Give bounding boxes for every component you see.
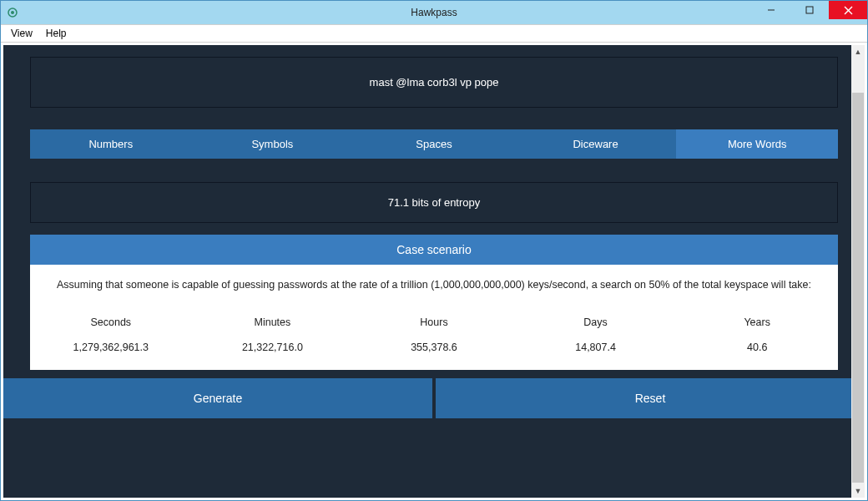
col-header-days: Days (515, 311, 677, 337)
option-symbols[interactable]: Symbols (192, 129, 354, 159)
menubar: View Help (1, 24, 867, 43)
col-value-years: 40.6 (676, 337, 838, 358)
vertical-scrollbar[interactable]: ▲ ▼ (851, 45, 865, 498)
reset-button[interactable]: Reset (436, 378, 865, 418)
col-value-days: 14,807.4 (515, 337, 677, 358)
action-row: Generate Reset (3, 378, 865, 418)
option-numbers[interactable]: Numbers (30, 129, 192, 159)
window-controls (752, 1, 867, 24)
scenario-box: Case scenario Assuming that someone is c… (30, 235, 838, 370)
col-header-hours: Hours (353, 311, 515, 337)
app-body: SOFTPEDIA mast @lma corb3l vp pope Numbe… (3, 45, 865, 498)
table-col: Hours 355,378.6 (353, 311, 515, 358)
scrollbar-thumb[interactable] (852, 93, 864, 483)
svg-rect-3 (806, 7, 813, 13)
menu-help[interactable]: Help (39, 26, 73, 41)
maximize-button[interactable] (790, 1, 829, 19)
table-col: Seconds 1,279,362,961.3 (30, 311, 192, 358)
option-spaces[interactable]: Spaces (353, 129, 515, 159)
scroll-up-icon[interactable]: ▲ (851, 45, 865, 58)
col-header-seconds: Seconds (30, 311, 192, 337)
option-diceware[interactable]: Diceware (515, 129, 677, 159)
generate-button[interactable]: Generate (3, 378, 432, 418)
minimize-button[interactable] (752, 1, 790, 19)
app-icon (6, 6, 19, 19)
scenario-table: Seconds 1,279,362,961.3 Minutes 21,322,7… (30, 305, 838, 370)
content-area: SOFTPEDIA mast @lma corb3l vp pope Numbe… (1, 43, 867, 500)
col-header-years: Years (676, 311, 838, 337)
option-more-words[interactable]: More Words (676, 129, 838, 159)
col-value-minutes: 21,322,716.0 (192, 337, 354, 358)
table-col: Years 40.6 (676, 311, 838, 358)
scenario-title: Case scenario (30, 235, 838, 265)
menu-view[interactable]: View (4, 26, 39, 41)
generated-password[interactable]: mast @lma corb3l vp pope (30, 57, 838, 108)
col-value-hours: 355,378.6 (353, 337, 515, 358)
close-button[interactable] (829, 1, 867, 19)
app-window: Hawkpass View Help SOFTPEDIA mast @lma c… (0, 0, 868, 501)
window-title: Hawkpass (411, 7, 457, 18)
col-value-seconds: 1,279,362,961.3 (30, 337, 192, 358)
options-row: Numbers Symbols Spaces Diceware More Wor… (30, 129, 838, 159)
scroll-down-icon[interactable]: ▼ (851, 484, 865, 498)
table-col: Minutes 21,322,716.0 (192, 311, 354, 358)
table-col: Days 14,807.4 (515, 311, 677, 358)
entropy-display: 71.1 bits of entropy (30, 182, 838, 223)
col-header-minutes: Minutes (192, 311, 354, 337)
svg-point-1 (11, 11, 14, 14)
titlebar[interactable]: Hawkpass (1, 1, 867, 24)
scenario-description: Assuming that someone is capable of gues… (30, 265, 838, 305)
